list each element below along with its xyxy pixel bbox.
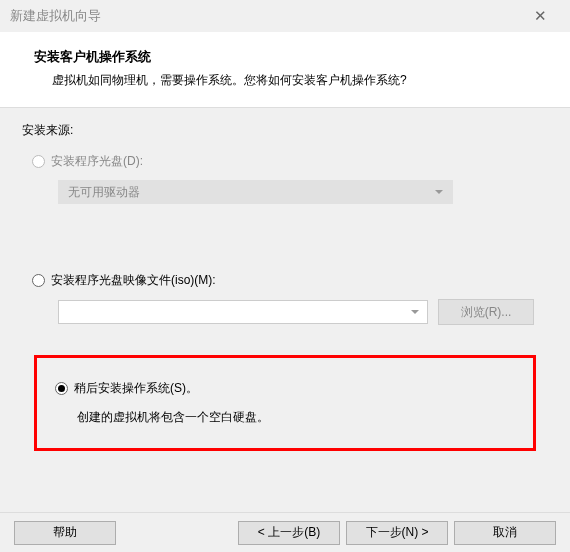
radio-iso-file[interactable]: 安装程序光盘映像文件(iso)(M): [32,272,548,289]
install-source-label: 安装来源: [22,122,548,139]
radio-icon [55,382,68,395]
titlebar: 新建虚拟机向导 ✕ [0,0,570,32]
radio-label: 稍后安装操作系统(S)。 [74,380,198,397]
option-iso: 安装程序光盘映像文件(iso)(M): 浏览(R)... [22,272,548,325]
iso-path-input[interactable] [58,300,428,324]
radio-install-later[interactable]: 稍后安装操作系统(S)。 [55,380,515,397]
cancel-button[interactable]: 取消 [454,521,556,545]
window-title: 新建虚拟机向导 [10,7,520,25]
dropdown-selected: 无可用驱动器 [68,184,140,201]
disc-drive-dropdown[interactable]: 无可用驱动器 [58,180,453,204]
option-later-description: 创建的虚拟机将包含一个空白硬盘。 [77,409,515,426]
page-title: 安装客户机操作系统 [34,48,546,66]
close-icon[interactable]: ✕ [520,7,560,25]
radio-label: 安装程序光盘映像文件(iso)(M): [51,272,216,289]
radio-icon [32,274,45,287]
back-button[interactable]: < 上一步(B) [238,521,340,545]
next-button[interactable]: 下一步(N) > [346,521,448,545]
radio-installer-disc[interactable]: 安装程序光盘(D): [32,153,548,170]
wizard-header: 安装客户机操作系统 虚拟机如同物理机，需要操作系统。您将如何安装客户机操作系统? [0,32,570,108]
wizard-footer: 帮助 < 上一步(B) 下一步(N) > 取消 [0,512,570,552]
page-subtitle: 虚拟机如同物理机，需要操作系统。您将如何安装客户机操作系统? [52,72,546,89]
radio-label: 安装程序光盘(D): [51,153,143,170]
chevron-down-icon [435,190,443,194]
highlight-box: 稍后安装操作系统(S)。 创建的虚拟机将包含一个空白硬盘。 [34,355,536,451]
option-disc: 安装程序光盘(D): 无可用驱动器 [22,153,548,204]
help-button[interactable]: 帮助 [14,521,116,545]
wizard-body: 安装来源: 安装程序光盘(D): 无可用驱动器 安装程序光盘映像文件(iso)(… [0,108,570,451]
browse-button[interactable]: 浏览(R)... [438,299,534,325]
radio-icon [32,155,45,168]
chevron-down-icon [411,310,419,314]
